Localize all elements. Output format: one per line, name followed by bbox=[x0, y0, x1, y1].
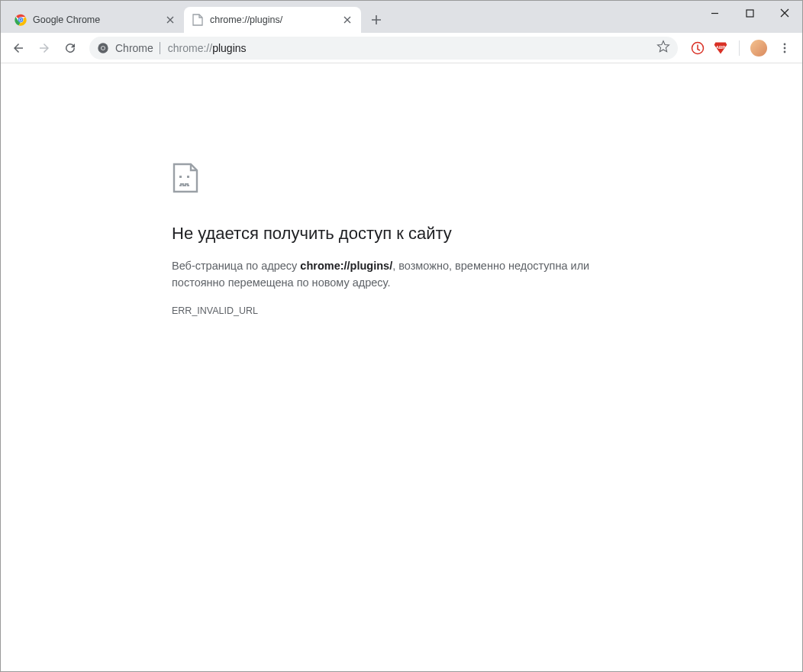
scheme-label: Chrome bbox=[115, 42, 160, 54]
chrome-menu-button[interactable] bbox=[773, 37, 796, 60]
omnibox[interactable]: Chrome chrome://plugins bbox=[89, 37, 678, 60]
sad-document-icon bbox=[172, 163, 199, 193]
extension-icons: ABP bbox=[685, 40, 767, 57]
svg-point-8 bbox=[102, 47, 105, 50]
window-controls bbox=[697, 1, 802, 25]
page-favicon bbox=[192, 14, 204, 26]
svg-rect-15 bbox=[187, 176, 189, 178]
error-description: Веб-страница по адресу chrome://plugins/… bbox=[172, 257, 630, 292]
svg-rect-14 bbox=[179, 176, 182, 178]
profile-avatar[interactable] bbox=[750, 40, 767, 57]
new-tab-button[interactable] bbox=[366, 9, 387, 31]
tab-google-chrome[interactable]: Google Chrome bbox=[7, 7, 184, 33]
minimize-button[interactable] bbox=[697, 1, 732, 25]
toolbar-divider bbox=[739, 40, 740, 56]
svg-text:ABP: ABP bbox=[716, 44, 725, 49]
close-icon[interactable] bbox=[341, 14, 353, 26]
url-scheme: chrome:// bbox=[168, 42, 212, 54]
error-code: ERR_INVALID_URL bbox=[172, 305, 630, 316]
reload-button[interactable] bbox=[59, 37, 82, 60]
toolbar: Chrome chrome://plugins ABP bbox=[1, 33, 802, 63]
abp-extension-icon[interactable]: ABP bbox=[713, 40, 728, 56]
error-page: Не удается получить доступ к сайту Веб-с… bbox=[1, 63, 802, 316]
error-heading: Не удается получить доступ к сайту bbox=[172, 224, 630, 244]
error-content: Не удается получить доступ к сайту Веб-с… bbox=[172, 163, 630, 316]
svg-rect-5 bbox=[747, 10, 753, 17]
chrome-icon bbox=[97, 42, 109, 54]
yandex-extension-icon[interactable] bbox=[690, 40, 705, 56]
url-path: plugins bbox=[212, 42, 246, 54]
svg-point-11 bbox=[784, 43, 786, 45]
close-icon[interactable] bbox=[164, 14, 176, 26]
back-button[interactable] bbox=[7, 37, 30, 60]
bookmark-star-icon[interactable] bbox=[656, 40, 670, 56]
svg-point-12 bbox=[784, 47, 786, 49]
chrome-favicon bbox=[15, 14, 27, 26]
tab-chrome-plugins[interactable]: chrome://plugins/ bbox=[184, 7, 361, 33]
tab-title: Google Chrome bbox=[33, 15, 164, 25]
error-desc-url: chrome://plugins/ bbox=[300, 260, 392, 272]
svg-point-4 bbox=[20, 19, 22, 21]
close-window-button[interactable] bbox=[767, 1, 802, 25]
tab-title: chrome://plugins/ bbox=[210, 15, 341, 25]
error-desc-before: Веб-страница по адресу bbox=[172, 260, 300, 272]
svg-point-13 bbox=[784, 50, 786, 53]
maximize-button[interactable] bbox=[732, 1, 767, 25]
forward-button[interactable] bbox=[33, 37, 56, 60]
tab-strip: Google Chrome chrome://plugins/ bbox=[1, 1, 802, 33]
